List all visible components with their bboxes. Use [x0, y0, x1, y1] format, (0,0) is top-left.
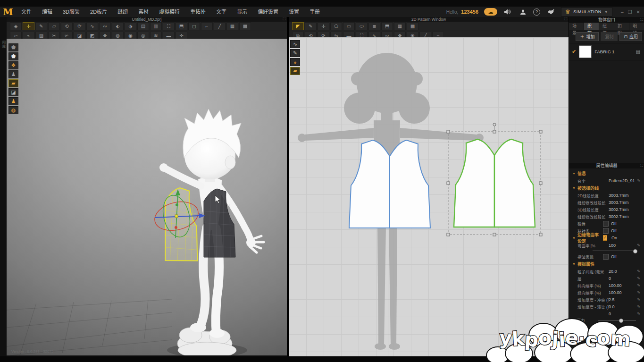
2d-add-point-icon[interactable]: ✛: [318, 22, 329, 30]
edit-pencil-icon[interactable]: ✎: [637, 304, 644, 309]
menu-item-4[interactable]: 缝纫: [112, 7, 133, 17]
app-logo[interactable]: M: [0, 7, 16, 17]
simulation-dropdown[interactable]: ♛ SIMULATION ▼: [561, 7, 612, 17]
2d-ellipse-icon[interactable]: ⬭: [356, 22, 368, 30]
2d-side-curve-tool-icon[interactable]: ∿: [290, 40, 300, 48]
library-collapsed-tab[interactable]: 图库: [1, 41, 6, 48]
3d-pin-hook-icon[interactable]: ⌐: [201, 22, 213, 30]
2d-grid-small-icon[interactable]: ▦: [394, 22, 406, 30]
3d-grid-small-icon[interactable]: ▦: [226, 22, 238, 30]
3d-avatar-show-icon[interactable]: ⬒: [176, 22, 187, 30]
check-icon[interactable]: ✔: [572, 49, 576, 55]
apply-fabric-button[interactable]: ⊡ 应用: [619, 32, 642, 41]
2d-grid-large-icon[interactable]: ▩: [407, 22, 418, 30]
3d-select-move-gizmo-icon[interactable]: ✛: [23, 22, 34, 30]
menu-item-3[interactable]: 2D板片: [85, 7, 112, 17]
3d-fold-arrangement-icon[interactable]: ⬖: [112, 22, 124, 30]
edit-pencil-icon[interactable]: ✎: [637, 311, 644, 316]
pattern-3d-selected[interactable]: [163, 187, 200, 261]
restore-button[interactable]: ❐: [628, 9, 632, 15]
cloud-icon[interactable]: ☁: [484, 8, 497, 16]
object-tab-明线[interactable]: 明线: [629, 23, 644, 30]
fabric-list-item[interactable]: ✔ FABRIC 1 ▤: [569, 43, 644, 60]
edit-pencil-icon[interactable]: ✎: [637, 243, 644, 248]
copy-fabric-button[interactable]: 复制: [601, 32, 618, 41]
3d-avatar-tape-icon[interactable]: ⛶: [163, 22, 175, 30]
menu-item-2[interactable]: 3D服装: [58, 7, 85, 17]
2d-pleats-icon[interactable]: ≣: [368, 22, 380, 30]
pattern-2d-green-pair[interactable]: [454, 139, 535, 227]
section-header-模拟属性[interactable]: ▼模拟属性: [569, 260, 644, 268]
2d-side-pen-tool-icon[interactable]: ✎: [290, 49, 300, 57]
3d-stylus-icon[interactable]: ╱: [214, 22, 226, 30]
3d-simulate-icon[interactable]: ◈: [10, 22, 22, 30]
expand-property-editor-icon[interactable]: ⛶: [640, 163, 643, 168]
expand-object-window-icon[interactable]: ⛶: [640, 17, 643, 23]
section-header-边缘弯曲率设定[interactable]: ▼边缘弯曲率设定✓On: [569, 234, 644, 242]
chevron-down-icon: ▼: [572, 262, 576, 266]
edit-pencil-icon[interactable]: ✎: [637, 283, 644, 288]
menu-item-6[interactable]: 虚拟模特: [154, 7, 185, 17]
checkbox-off-icon[interactable]: [603, 221, 609, 227]
help-icon[interactable]: ?: [533, 8, 540, 16]
3d-select-mesh-icon[interactable]: ✎: [35, 22, 47, 30]
3d-rotate-cw-icon[interactable]: ⟳: [74, 22, 85, 30]
2d-show-avatar-icon[interactable]: ⬒: [381, 22, 393, 30]
3d-wind-controller-icon[interactable]: ⬗: [125, 22, 136, 30]
viewport-3d[interactable]: ⬟⬟❖♟▰◪♟◍: [7, 39, 287, 355]
user-id[interactable]: 123456: [461, 9, 478, 15]
close-button[interactable]: ✕: [636, 9, 640, 15]
menu-item-9[interactable]: 显示: [232, 7, 252, 17]
curvature-slider[interactable]: [593, 251, 636, 251]
viewport-2d[interactable]: ∿✎●▰: [289, 37, 569, 356]
3d-avatar-size-icon[interactable]: ◻: [188, 22, 200, 30]
edit-pencil-icon[interactable]: ✎: [637, 297, 644, 302]
section-header-被选择的线[interactable]: ▼被选择的线: [569, 184, 644, 192]
account-icon[interactable]: [518, 8, 527, 16]
menu-item-8[interactable]: 文字: [211, 7, 232, 17]
2d-rectangle-icon[interactable]: ▭: [343, 22, 355, 30]
2d-transform-pattern-icon[interactable]: ◤: [292, 22, 304, 30]
expand-3d-icon[interactable]: ⛶: [283, 17, 285, 22]
menu-item-1[interactable]: 编辑: [37, 7, 58, 17]
menu-item-11[interactable]: 设置: [284, 7, 304, 17]
section-header-信息[interactable]: ▼信息: [569, 169, 644, 177]
edit-pencil-icon[interactable]: ✎: [637, 276, 644, 281]
bird-icon[interactable]: [546, 8, 555, 16]
minimize-button[interactable]: –: [621, 9, 624, 15]
object-tab-纽扣[interactable]: 纽扣: [599, 23, 614, 30]
checkbox-off-icon[interactable]: [603, 228, 609, 234]
3d-arrange-board-icon[interactable]: ▤: [137, 22, 149, 30]
object-tab-织物[interactable]: 织物: [584, 23, 599, 30]
2d-scene: [289, 37, 569, 356]
property-value: Pattern2D_91: [609, 178, 637, 183]
object-tab-场景[interactable]: 场景: [569, 23, 584, 30]
3d-garment-pair-icon[interactable]: ▥: [150, 22, 162, 30]
speaker-icon[interactable]: [503, 8, 512, 16]
menu-item-7[interactable]: 重拓扑: [185, 7, 211, 17]
fabric-swatch[interactable]: [579, 45, 592, 58]
checkbox-off-icon[interactable]: [603, 254, 609, 260]
menu-item-12[interactable]: 手册: [304, 7, 325, 17]
checkbox-on-icon[interactable]: ✓: [603, 235, 607, 241]
2d-side-texture-sphere-icon[interactable]: ●: [290, 58, 300, 66]
3d-transform-pattern-icon[interactable]: ▱: [48, 22, 60, 30]
2d-side-fabric-box-icon[interactable]: ▰: [290, 67, 300, 75]
menu-item-0[interactable]: 文件: [16, 7, 37, 17]
edit-pencil-icon[interactable]: ✎: [637, 269, 644, 274]
2d-polygon-icon[interactable]: ⬠: [330, 22, 342, 30]
3d-grid-large-icon[interactable]: ▩: [239, 22, 251, 30]
menu-item-10[interactable]: 偏好设置: [252, 7, 284, 17]
3d-segment-sewing-icon[interactable]: ∿: [86, 22, 98, 30]
3d-rotate-ccw-icon[interactable]: ⟲: [61, 22, 73, 30]
2d-edit-pattern-icon[interactable]: ✎: [305, 22, 317, 30]
3d-free-sewing-icon[interactable]: ∾: [99, 22, 111, 30]
fabric-grid-icon[interactable]: ▤: [636, 49, 640, 54]
object-tab-扣眼[interactable]: 扣眼: [614, 23, 629, 30]
expand-2d-icon[interactable]: ⛶: [564, 17, 567, 22]
add-fabric-button[interactable]: ＋ 增加: [576, 32, 599, 41]
menu-item-5[interactable]: 素材: [133, 7, 154, 17]
slider-handle[interactable]: [633, 249, 637, 253]
edit-pencil-icon[interactable]: ✎: [637, 290, 644, 295]
edit-pencil-icon[interactable]: ✎: [637, 178, 644, 183]
